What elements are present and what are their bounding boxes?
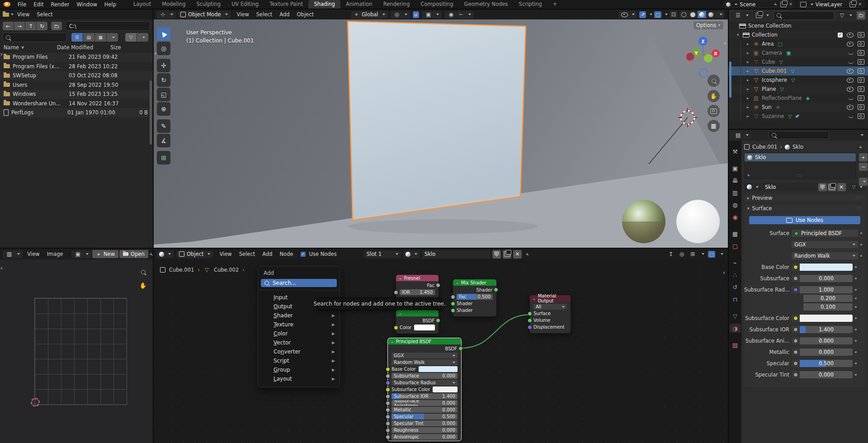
options-dropdown[interactable]: Options bbox=[693, 21, 723, 29]
tool-measure[interactable]: ∡ bbox=[157, 134, 170, 147]
render-visibility-icon[interactable] bbox=[858, 86, 864, 92]
render-visibility-icon[interactable] bbox=[858, 68, 864, 74]
add-slot-button[interactable]: ＋ bbox=[859, 153, 868, 161]
ior-field[interactable]: IOR1.450 bbox=[400, 289, 435, 295]
topbar-menu-item[interactable]: Window bbox=[73, 1, 100, 8]
visibility-eye-icon[interactable] bbox=[847, 78, 854, 83]
color-swatch[interactable] bbox=[419, 366, 458, 372]
property-field[interactable]: 1.000 bbox=[800, 286, 853, 293]
unlink-material-button[interactable]: ✕ bbox=[513, 250, 522, 259]
outliner-item[interactable]: Plane ▽ ✓ bbox=[729, 85, 868, 94]
socket-input[interactable] bbox=[386, 421, 390, 426]
shader-editor-menu-item[interactable]: Add bbox=[259, 251, 276, 257]
menu-item[interactable]: Texture ▶ bbox=[258, 320, 340, 329]
scene-selector[interactable]: Scene ➢ ✕ bbox=[724, 0, 795, 8]
property-field[interactable] bbox=[800, 264, 853, 271]
fake-user-shield-button[interactable] bbox=[492, 250, 501, 259]
camera-view-button[interactable] bbox=[708, 105, 720, 117]
tab-scene[interactable]: ◍ bbox=[730, 200, 741, 209]
viewport-menu-item[interactable]: Select bbox=[253, 11, 276, 18]
outliner-filter-dropdown[interactable]: ▽ bbox=[836, 12, 855, 19]
file-row[interactable]: Windows 15 Feb 2023 13:25 bbox=[0, 90, 153, 99]
image-editor-menu-item[interactable]: Image bbox=[43, 251, 67, 257]
editor-type-button-shader[interactable] bbox=[156, 250, 174, 258]
overlays-toggle[interactable]: ◌ bbox=[708, 251, 715, 258]
tab-particles[interactable]: ∴ bbox=[730, 270, 741, 279]
file-browser-menu-item[interactable]: Select bbox=[33, 11, 56, 18]
menu-item[interactable]: Vector ▶ bbox=[258, 338, 340, 347]
socket-input[interactable] bbox=[386, 387, 390, 392]
node-property-row[interactable]: Subsurface Subsurface0.000 Subsurface bbox=[392, 373, 458, 379]
tab-view-layer[interactable]: ▥ bbox=[730, 188, 741, 197]
unlink-material-button[interactable]: ✕ bbox=[837, 183, 846, 191]
visibility-eye-icon[interactable] bbox=[847, 105, 854, 110]
shader-editor-menu-item[interactable]: Node bbox=[276, 251, 297, 257]
workspace-tab[interactable]: Geometry Nodes bbox=[459, 0, 514, 9]
tab-collection[interactable]: ▦ bbox=[730, 229, 741, 238]
material-name-field[interactable]: Sklo bbox=[762, 183, 817, 191]
expand-arrow-icon[interactable] bbox=[747, 51, 750, 55]
tool-transform[interactable]: ⊕ bbox=[157, 102, 170, 116]
tab-render[interactable]: ▣ bbox=[730, 164, 741, 173]
new-folder-button[interactable]: 🗀 bbox=[51, 22, 62, 30]
tab-output[interactable]: 🖶 bbox=[730, 176, 741, 185]
gizmos-toggle[interactable]: ↗ bbox=[639, 11, 646, 18]
outliner-scrollbar[interactable] bbox=[729, 61, 731, 98]
navigation-axis-gizmo[interactable]: Z X Y bbox=[685, 31, 722, 81]
outliner-search-input[interactable] bbox=[774, 11, 834, 20]
property-field[interactable]: 0.000 bbox=[800, 371, 853, 378]
socket-shader-input[interactable] bbox=[451, 302, 455, 306]
panel-surface[interactable]: ▾Surface:::: bbox=[744, 204, 865, 212]
distribution-dropdown[interactable]: GGX bbox=[792, 241, 858, 248]
browse-image-dropdown[interactable]: ▣ bbox=[71, 250, 91, 258]
transform-orientation-dropdown[interactable]: ⌖Global bbox=[351, 11, 387, 19]
sss-method-dropdown[interactable]: Random Walk bbox=[792, 252, 858, 259]
visibility-eye-icon[interactable] bbox=[848, 97, 854, 100]
file-list-scrollbar[interactable] bbox=[150, 80, 152, 145]
socket-input[interactable] bbox=[528, 311, 532, 316]
pin-icon[interactable]: ➢ bbox=[857, 143, 864, 151]
workspace-tab[interactable]: Modeling bbox=[156, 0, 191, 9]
display-mode-horizontal-list[interactable]: ▤ bbox=[83, 33, 94, 42]
zoom-button[interactable] bbox=[708, 75, 720, 87]
node-property-row[interactable]: Metallic Metallic0.000 Metallic bbox=[392, 407, 458, 413]
outliner-item[interactable]: Suzanne ▽ ✓ bbox=[729, 112, 868, 121]
editor-type-button-3d-viewport[interactable]: ⊹ bbox=[156, 11, 176, 19]
overlays-dropdown[interactable] bbox=[721, 253, 723, 255]
socket-bsdf-output[interactable] bbox=[458, 346, 463, 351]
viewport-menu-item[interactable]: Add bbox=[276, 11, 293, 18]
socket-input[interactable] bbox=[386, 401, 390, 405]
render-visibility-icon[interactable] bbox=[858, 41, 864, 47]
file-row[interactable]: PerfLogs 01 Jan 1970 01:00 0 B bbox=[0, 108, 153, 118]
column-date-modified[interactable]: Date Modified bbox=[57, 44, 110, 51]
socket-input[interactable] bbox=[386, 428, 390, 433]
material-slot-active[interactable]: Sklo bbox=[745, 153, 856, 161]
shading-wireframe-button[interactable] bbox=[679, 11, 688, 18]
fake-user-shield-button[interactable] bbox=[818, 183, 827, 191]
file-row[interactable]: Program Files (x... 28 Feb 2023 10:22 bbox=[0, 62, 153, 71]
axis-x-negative[interactable] bbox=[685, 52, 695, 61]
shader-editor-menu-item[interactable]: Select bbox=[236, 251, 259, 257]
mode-selector[interactable]: Object Mode bbox=[178, 11, 230, 19]
file-row[interactable]: Users 28 Sep 2022 19:50 bbox=[0, 80, 153, 90]
visibility-eye-icon[interactable] bbox=[847, 42, 854, 47]
node-property-row[interactable]: Subsurface IOR Subsurface IOR1.400 Subsu… bbox=[392, 393, 458, 399]
target-dropdown[interactable]: All bbox=[533, 304, 567, 310]
gizmos-dropdown[interactable] bbox=[650, 14, 652, 15]
duplicate-material-button[interactable] bbox=[503, 250, 511, 259]
pin-icon[interactable]: ➢ bbox=[524, 250, 531, 258]
socket-input[interactable] bbox=[386, 374, 390, 378]
viewport-menu-item[interactable]: View bbox=[233, 11, 253, 18]
parent-node-tree-icon[interactable]: ↥ bbox=[667, 251, 675, 257]
breadcrumb-object[interactable]: Cube.001 bbox=[752, 144, 777, 150]
socket-input[interactable] bbox=[386, 408, 390, 412]
outliner-item[interactable]: Area ▢ ✓ bbox=[729, 39, 868, 48]
sidebar-toggle-arrow[interactable]: ‹ bbox=[724, 40, 726, 47]
pan-hand-button[interactable]: ✋ bbox=[708, 90, 720, 102]
socket-shader-output[interactable] bbox=[494, 287, 498, 292]
display-mode-vertical-list[interactable]: ☰ bbox=[71, 33, 83, 42]
node-material-output[interactable]: ⌄Material Output All Surface Volume Disp… bbox=[530, 295, 571, 333]
file-row[interactable]: Wondershare Un... 14 Nov 2022 16:37 bbox=[0, 99, 153, 108]
tab-object-data[interactable]: ▽ bbox=[730, 311, 741, 320]
workspace-tab[interactable]: Compositing bbox=[415, 0, 458, 9]
